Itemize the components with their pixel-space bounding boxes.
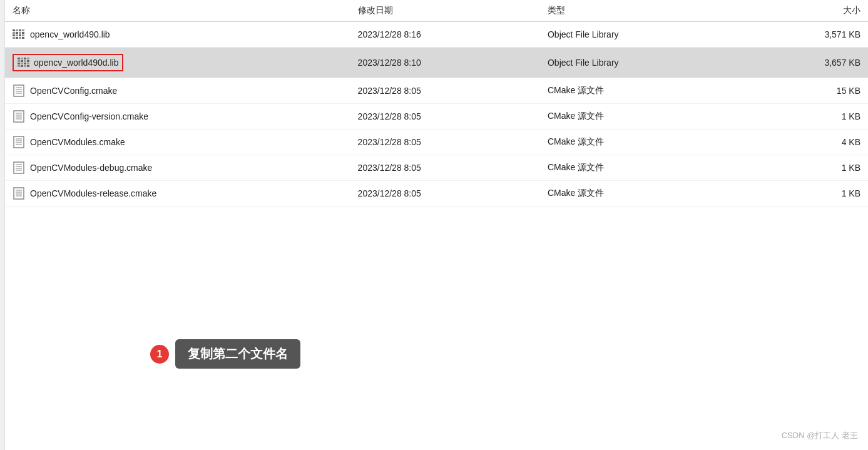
file-size: 4 KB [730,130,868,155]
svg-rect-19 [27,58,29,59]
svg-rect-1 [16,29,18,31]
svg-rect-29 [21,65,23,67]
svg-rect-30 [24,65,26,67]
svg-rect-7 [22,32,24,34]
svg-rect-6 [19,32,21,34]
svg-rect-18 [24,58,26,59]
file-size: 1 KB [730,104,868,130]
file-date: 2023/12/28 8:05 [350,130,540,155]
file-name-cell: opencv_world490.lib [5,22,350,48]
svg-rect-12 [13,37,15,39]
file-date: 2023/12/28 8:10 [350,48,540,78]
col-header-type[interactable]: 类型 [540,0,730,22]
file-name-text: OpenCVModules-release.cmake [30,188,156,198]
file-type: Object File Library [540,48,730,78]
file-type: CMake 源文件 [540,181,730,207]
svg-rect-0 [13,29,15,31]
svg-rect-5 [16,32,18,34]
file-size: 3,657 KB [730,48,868,78]
file-name-cell: OpenCVModules-release.cmake [5,181,350,207]
cmake-file-icon [13,136,25,148]
svg-rect-47 [14,162,24,173]
table-row[interactable]: OpenCVModules-debug.cmake2023/12/28 8:05… [5,155,868,181]
svg-rect-2 [19,29,21,31]
svg-rect-20 [18,60,20,62]
file-size: 15 KB [730,78,868,104]
file-date: 2023/12/28 8:05 [350,155,540,181]
svg-rect-25 [21,63,23,64]
table-row[interactable]: OpenCVConfig.cmake2023/12/28 8:05CMake 源… [5,78,868,104]
file-date: 2023/12/28 8:05 [350,104,540,130]
table-container: 名称 修改日期 类型 大小 opencv_world490.lib2023/12… [5,0,868,450]
file-name-wrapper: opencv_world490.lib [13,28,343,41]
file-type: CMake 源文件 [540,78,730,104]
svg-rect-37 [14,111,24,122]
file-date: 2023/12/28 8:05 [350,78,540,104]
file-name-cell: OpenCVConfig.cmake [5,78,350,104]
table-row[interactable]: OpenCVModules-release.cmake2023/12/28 8:… [5,181,868,207]
file-name-cell: opencv_world490d.lib [5,48,350,78]
svg-rect-23 [27,60,29,62]
table-row[interactable]: opencv_world490d.lib2023/12/28 8:10Objec… [5,48,868,78]
col-header-size[interactable]: 大小 [730,0,868,22]
svg-rect-11 [22,34,24,36]
table-row[interactable]: OpenCVModules.cmake2023/12/28 8:05CMake … [5,130,868,155]
file-name-cell: OpenCVConfig-version.cmake [5,104,350,130]
file-name-wrapper: OpenCVConfig.cmake [13,84,343,97]
lib-file-icon [13,28,25,41]
svg-rect-26 [24,63,26,64]
file-name-highlighted: opencv_world490d.lib [13,54,123,71]
svg-rect-15 [22,37,24,39]
cmake-file-icon [13,187,25,200]
file-name-wrapper: OpenCVModules.cmake [13,136,343,148]
file-name-text: OpenCVConfig-version.cmake [30,111,148,121]
svg-rect-21 [21,60,23,62]
file-date: 2023/12/28 8:16 [350,22,540,48]
file-type: Object File Library [540,22,730,48]
file-name-text: opencv_world490.lib [30,29,110,39]
table-row[interactable]: opencv_world490.lib2023/12/28 8:16Object… [5,22,868,48]
svg-rect-28 [18,65,20,67]
svg-rect-4 [13,32,15,34]
annotation-container: 1 复制第二个文件名 [150,339,300,369]
lib-file-icon [18,56,30,69]
file-type: CMake 源文件 [540,155,730,181]
file-name-text: OpenCVModules.cmake [30,137,125,147]
watermark: CSDN @打工人 老王 [782,430,858,441]
annotation-tooltip: 复制第二个文件名 [175,339,300,369]
file-name-text: OpenCVConfig.cmake [30,86,117,96]
file-explorer: 名称 修改日期 类型 大小 opencv_world490.lib2023/12… [0,0,868,450]
file-name-wrapper: OpenCVConfig-version.cmake [13,110,343,123]
left-scrollbar[interactable] [0,0,5,450]
col-header-date[interactable]: 修改日期 [350,0,540,22]
file-type: CMake 源文件 [540,130,730,155]
table-header: 名称 修改日期 类型 大小 [5,0,868,22]
file-size: 1 KB [730,155,868,181]
svg-rect-52 [14,188,24,199]
svg-rect-22 [24,60,26,62]
svg-rect-3 [22,29,24,31]
svg-rect-17 [21,58,23,59]
svg-rect-8 [13,34,15,36]
file-name-cell: OpenCVModules-debug.cmake [5,155,350,181]
svg-rect-31 [27,65,29,67]
col-header-name[interactable]: 名称 [5,0,350,22]
file-table: 名称 修改日期 类型 大小 opencv_world490.lib2023/12… [5,0,868,207]
file-type: CMake 源文件 [540,104,730,130]
svg-rect-27 [27,63,29,64]
cmake-file-icon [13,84,25,97]
svg-rect-24 [18,63,20,64]
svg-rect-14 [19,37,21,39]
file-name-text: OpenCVModules-debug.cmake [30,163,152,173]
file-name-cell: OpenCVModules.cmake [5,130,350,155]
svg-rect-16 [18,58,20,59]
svg-rect-9 [16,34,18,36]
cmake-file-icon [13,110,25,123]
table-row[interactable]: OpenCVConfig-version.cmake2023/12/28 8:0… [5,104,868,130]
file-name-wrapper: OpenCVModules-release.cmake [13,187,343,200]
svg-rect-13 [16,37,18,39]
file-date: 2023/12/28 8:05 [350,181,540,207]
file-size: 3,571 KB [730,22,868,48]
svg-rect-42 [14,136,24,148]
cmake-file-icon [13,161,25,174]
